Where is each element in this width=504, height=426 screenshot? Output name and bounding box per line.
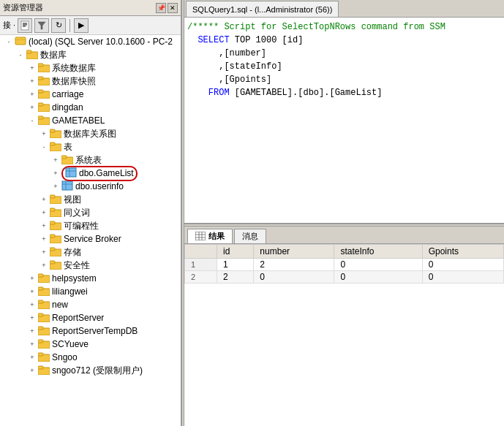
tables-icon xyxy=(50,141,61,153)
svg-marker-4 xyxy=(38,22,45,29)
new-query-button[interactable] xyxy=(18,18,32,33)
reportservertempdb-expand[interactable]: + xyxy=(26,325,38,337)
db-diagram-expand[interactable]: + xyxy=(38,128,50,140)
system-db-node[interactable]: + 系统数据库 xyxy=(0,61,181,75)
gametabel-label: GAMETABEL xyxy=(52,115,105,126)
reportservertempdb-node[interactable]: + ReportServerTempDB xyxy=(0,324,181,338)
gametabel-expand[interactable]: - xyxy=(26,115,38,126)
helpsystem-expand[interactable]: + xyxy=(26,273,38,284)
liliangwei-node[interactable]: + liliangwei xyxy=(0,285,181,298)
db-snapshot-label: 数据库快照 xyxy=(52,75,96,88)
service-broker-expand[interactable]: + xyxy=(38,233,50,245)
userinfo-expand[interactable]: + xyxy=(50,180,61,192)
sngoo712-icon xyxy=(38,365,50,377)
sngoo712-expand[interactable]: + xyxy=(26,365,38,376)
reportserver-node[interactable]: + ReportServer xyxy=(0,311,181,324)
folder-icon-system-tables xyxy=(61,154,73,164)
new-label: new xyxy=(52,300,68,310)
svg-rect-20 xyxy=(50,129,55,132)
filter-button[interactable] xyxy=(34,18,49,33)
folder-icon-carriage xyxy=(38,88,50,99)
new-icon xyxy=(38,299,50,311)
scyueve-node[interactable]: + SCYueve xyxy=(0,338,181,351)
cell-gpoints-2: 0 xyxy=(422,271,503,284)
storage-expand[interactable]: + xyxy=(38,246,50,258)
code-editor[interactable]: /***** Script for SelectTopNRows command… xyxy=(184,18,504,224)
connect-label[interactable]: 接 · xyxy=(3,20,15,31)
svg-rect-18 xyxy=(38,116,43,119)
liliangwei-label: liliangwei xyxy=(52,286,88,297)
userinfo-table-icon xyxy=(61,180,73,193)
carriage-node[interactable]: + carriage xyxy=(0,88,181,101)
sngoo-node[interactable]: + Sngoo xyxy=(0,351,181,364)
folder-icon-gametabel xyxy=(38,115,50,125)
folder-icon-sngoo712 xyxy=(38,365,50,375)
liliangwei-expand[interactable]: + xyxy=(26,286,38,297)
gamelist-expand[interactable]: + xyxy=(50,167,61,179)
databases-node[interactable]: - 数据库 xyxy=(0,48,181,61)
dingdan-node[interactable]: + dingdan xyxy=(0,101,181,114)
service-broker-node[interactable]: + Service Broker xyxy=(0,232,181,246)
results-table-wrapper[interactable]: id number stateInfo Gpoints 1 1 2 0 0 xyxy=(184,244,504,426)
code-comment-line: /***** Script for SelectTopNRows command… xyxy=(187,22,445,32)
title-buttons: 📌 ✕ xyxy=(156,3,178,13)
db-snapshot-expand[interactable]: + xyxy=(26,75,38,87)
synonyms-expand[interactable]: + xyxy=(38,207,50,218)
system-tables-expand[interactable]: + xyxy=(50,154,61,166)
code-keyword-from: FROM xyxy=(187,88,230,98)
system-db-expand[interactable]: + xyxy=(26,62,38,74)
query-tab-1[interactable]: SQLQuery1.sql - (l...Administrator (56)) xyxy=(186,1,339,17)
tree-area[interactable]: - (local) (SQL Server 10.0.1600 - PC-2 -… xyxy=(0,35,181,426)
carriage-icon xyxy=(38,88,50,101)
results-area: 结果 消息 id number stateInfo Gpoints xyxy=(184,227,504,426)
storage-node[interactable]: + 存储 xyxy=(0,246,181,259)
messages-tab-label: 消息 xyxy=(242,231,258,242)
databases-expand-icon[interactable]: - xyxy=(15,49,26,61)
messages-tab[interactable]: 消息 xyxy=(234,229,266,243)
reportserver-expand[interactable]: + xyxy=(26,312,38,324)
gametabel-node[interactable]: - GAMETABEL xyxy=(0,114,181,127)
results-tab[interactable]: 结果 xyxy=(187,229,233,243)
system-tables-node[interactable]: + 系统表 xyxy=(0,153,181,167)
userinfo-table-node[interactable]: + dbo.userinfo xyxy=(0,180,181,193)
start-button[interactable]: ▶ xyxy=(74,18,89,33)
toolbar-separator xyxy=(69,19,70,32)
views-expand[interactable]: + xyxy=(38,194,50,205)
svg-rect-56 xyxy=(38,353,43,356)
server-expand-icon[interactable]: - xyxy=(3,36,15,47)
security-gametabel-expand[interactable]: + xyxy=(38,259,50,271)
svg-rect-22 xyxy=(50,142,55,145)
new-expand[interactable]: + xyxy=(26,299,38,311)
sngoo712-node[interactable]: + sngoo712 (受限制用户) xyxy=(0,364,181,377)
scyueve-expand[interactable]: + xyxy=(26,338,38,350)
pin-button[interactable]: 📌 xyxy=(156,3,166,13)
db-snapshot-node[interactable]: + 数据库快照 xyxy=(0,75,181,88)
new-node[interactable]: + new xyxy=(0,298,181,311)
svg-rect-59 xyxy=(195,232,206,240)
sngoo-expand[interactable]: + xyxy=(26,351,38,363)
col-header-number: number xyxy=(254,245,334,259)
synonyms-node[interactable]: + 同义词 xyxy=(0,206,181,219)
programmability-node[interactable]: + 可编程性 xyxy=(0,219,181,232)
refresh-button[interactable]: ↻ xyxy=(51,18,66,33)
results-table: id number stateInfo Gpoints 1 1 2 0 0 xyxy=(184,244,504,284)
views-node[interactable]: + 视图 xyxy=(0,193,181,206)
dingdan-expand[interactable]: + xyxy=(26,102,38,113)
db-diagram-node[interactable]: + 数据库关系图 xyxy=(0,127,181,140)
query-tab-label: SQLQuery1.sql - (l...Administrator (56)) xyxy=(192,5,332,14)
tables-label: 表 xyxy=(64,141,72,153)
col-header-gpoints: Gpoints xyxy=(422,245,503,259)
folder-icon-views xyxy=(50,194,61,204)
gamelist-table-node[interactable]: + dbo.GameList xyxy=(0,167,181,180)
tables-expand[interactable]: - xyxy=(38,141,50,153)
tables-node[interactable]: - 表 xyxy=(0,140,181,153)
svg-rect-5 xyxy=(15,37,26,45)
cell-id-2: 2 xyxy=(217,271,254,284)
security-gametabel-node[interactable]: + 安全性 xyxy=(0,259,181,272)
programmability-expand[interactable]: + xyxy=(38,220,50,232)
helpsystem-node[interactable]: + helpsystem xyxy=(0,272,181,285)
svg-rect-36 xyxy=(50,221,55,224)
carriage-expand[interactable]: + xyxy=(26,88,38,100)
server-node[interactable]: - (local) (SQL Server 10.0.1600 - PC-2 xyxy=(0,35,181,48)
close-button[interactable]: ✕ xyxy=(168,3,178,13)
